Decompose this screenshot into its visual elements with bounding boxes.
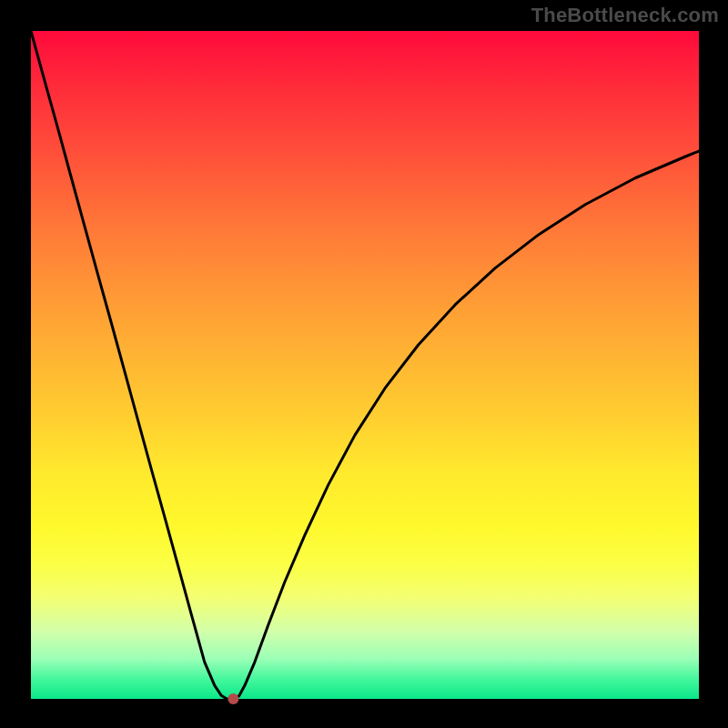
bottleneck-curve-path	[31, 31, 699, 699]
chart-svg	[31, 31, 699, 699]
plot-area	[31, 31, 699, 699]
min-marker	[228, 693, 238, 704]
watermark-text: TheBottleneck.com	[531, 4, 719, 27]
chart-frame: TheBottleneck.com	[0, 0, 728, 728]
